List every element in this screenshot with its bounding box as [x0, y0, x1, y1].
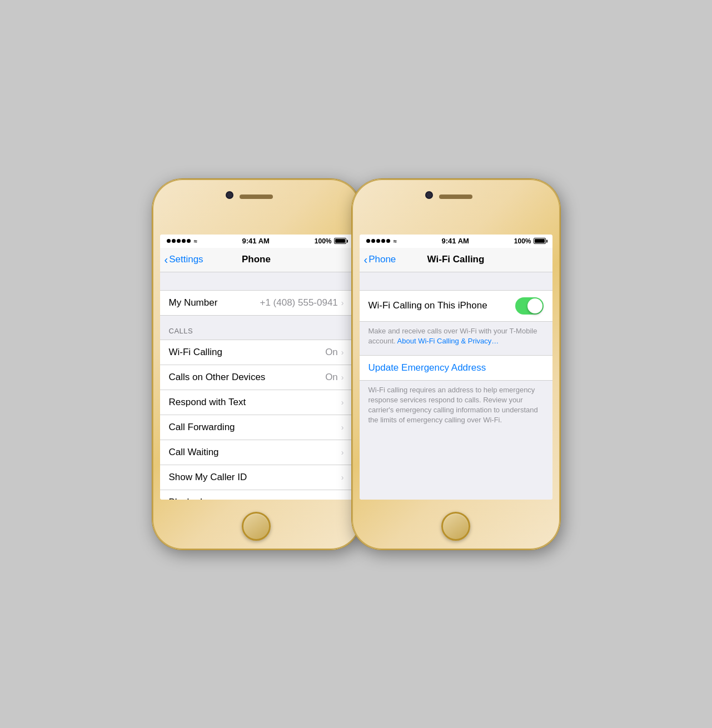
- wifi-icon-left: ≈: [194, 238, 197, 245]
- call-forwarding-chevron: ›: [341, 423, 344, 432]
- signal-dots-right: [366, 239, 390, 243]
- wifi-calling-label: Wi-Fi Calling: [169, 347, 222, 358]
- left-screen: ≈ 9:41 AM 100% ‹ Settings Phone: [160, 235, 353, 500]
- call-waiting-right: ›: [341, 448, 344, 457]
- signal-dots: [167, 239, 191, 243]
- phone-settings-content: My Number +1 (408) 555-0941 › CALLS Wi-F…: [160, 272, 353, 500]
- caller-id-right: ›: [341, 473, 344, 482]
- call-waiting-row[interactable]: Call Waiting ›: [160, 440, 353, 465]
- blocked-chevron: ›: [341, 498, 344, 500]
- respond-text-label: Respond with Text: [169, 397, 246, 408]
- back-chevron-right: ‹: [364, 254, 368, 265]
- call-forwarding-label: Call Forwarding: [169, 422, 235, 433]
- my-number-row[interactable]: My Number +1 (408) 555-0941 ›: [160, 291, 353, 315]
- wfc-toggle-knob: [527, 298, 542, 313]
- right-screen: ≈ 9:41 AM 100% ‹ Phone Wi-Fi Calling: [360, 235, 552, 500]
- left-iphone: ≈ 9:41 AM 100% ‹ Settings Phone: [152, 179, 361, 550]
- blocked-label: Blocked: [169, 497, 202, 500]
- calls-section-header: CALLS: [160, 316, 353, 340]
- status-left: ≈: [167, 238, 197, 245]
- phones-container: ≈ 9:41 AM 100% ‹ Settings Phone: [146, 168, 567, 561]
- blocked-right: ›: [341, 498, 344, 500]
- my-number-right: +1 (408) 555-0941 ›: [260, 297, 343, 308]
- nav-bar-right: ‹ Phone Wi-Fi Calling: [360, 248, 552, 272]
- status-left-right: ≈: [366, 238, 397, 245]
- wfc-description: Make and receive calls over Wi-Fi with y…: [360, 322, 552, 355]
- back-label-right: Phone: [369, 254, 396, 265]
- time-left: 9:41 AM: [242, 237, 269, 245]
- top-spacer-left: [160, 272, 353, 290]
- respond-text-chevron: ›: [341, 398, 344, 407]
- camera-right: [425, 191, 433, 199]
- nav-title-right: Wi-Fi Calling: [427, 254, 485, 265]
- calls-other-devices-right: On ›: [325, 372, 343, 383]
- battery-icon-right: [534, 238, 546, 244]
- wfc-update-group: Update Emergency Address: [360, 355, 552, 381]
- speaker-left: [240, 195, 273, 199]
- back-button-right[interactable]: ‹ Phone: [364, 254, 396, 265]
- status-bar-left: ≈ 9:41 AM 100%: [160, 235, 353, 248]
- back-label-left: Settings: [169, 254, 203, 265]
- top-spacer-right: [360, 272, 552, 290]
- wfc-emergency-desc: Wi-Fi calling requires an address to hel…: [360, 381, 552, 435]
- call-waiting-label: Call Waiting: [169, 447, 219, 458]
- wifi-calling-row[interactable]: Wi-Fi Calling On ›: [160, 340, 353, 365]
- caller-id-label: Show My Caller ID: [169, 472, 247, 483]
- calls-group: Wi-Fi Calling On › Calls on Other Device…: [160, 340, 353, 500]
- my-number-chevron: ›: [341, 298, 344, 307]
- my-number-value: +1 (408) 555-0941: [260, 297, 337, 308]
- calls-other-devices-chevron: ›: [341, 373, 344, 382]
- battery-percent-right: 100%: [514, 237, 531, 245]
- call-forwarding-right: ›: [341, 423, 344, 432]
- nav-title-left: Phone: [242, 254, 271, 265]
- home-button-left[interactable]: [242, 512, 271, 541]
- my-number-group: My Number +1 (408) 555-0941 ›: [160, 290, 353, 316]
- wifi-calling-content: Wi-Fi Calling on This iPhone Make and re…: [360, 272, 552, 500]
- back-button-left[interactable]: ‹ Settings: [165, 254, 203, 265]
- caller-id-row[interactable]: Show My Caller ID ›: [160, 465, 353, 490]
- wfc-update-row[interactable]: Update Emergency Address: [360, 356, 552, 380]
- respond-text-row[interactable]: Respond with Text ›: [160, 390, 353, 415]
- calls-other-devices-value: On: [325, 372, 338, 383]
- battery-area-left: 100%: [315, 237, 346, 245]
- wifi-calling-value: On: [325, 347, 338, 358]
- nav-bar-left: ‹ Settings Phone: [160, 248, 353, 272]
- battery-icon-left: [334, 238, 346, 244]
- wfc-toggle-group: Wi-Fi Calling on This iPhone: [360, 290, 552, 322]
- camera-left: [226, 191, 233, 199]
- wifi-calling-right: On ›: [325, 347, 343, 358]
- wfc-toggle-row[interactable]: Wi-Fi Calling on This iPhone: [360, 291, 552, 321]
- respond-text-right: ›: [341, 398, 344, 407]
- wfc-toggle-label: Wi-Fi Calling on This iPhone: [369, 300, 487, 311]
- call-waiting-chevron: ›: [341, 448, 344, 457]
- wifi-icon-right: ≈: [394, 238, 397, 245]
- right-iphone: ≈ 9:41 AM 100% ‹ Phone Wi-Fi Calling: [352, 179, 560, 550]
- wifi-calling-chevron: ›: [341, 348, 344, 357]
- call-forwarding-row[interactable]: Call Forwarding ›: [160, 415, 353, 440]
- wfc-update-text: Update Emergency Address: [369, 362, 486, 373]
- battery-percent-left: 100%: [315, 237, 332, 245]
- battery-area-right: 100%: [514, 237, 546, 245]
- speaker-right: [439, 195, 472, 199]
- calls-other-devices-label: Calls on Other Devices: [169, 372, 266, 383]
- back-chevron-left: ‹: [165, 254, 168, 265]
- wfc-description-link[interactable]: About Wi-Fi Calling & Privacy…: [397, 337, 499, 345]
- status-bar-right: ≈ 9:41 AM 100%: [360, 235, 552, 248]
- wfc-toggle[interactable]: [515, 297, 544, 315]
- calls-other-devices-row[interactable]: Calls on Other Devices On ›: [160, 365, 353, 390]
- time-right: 9:41 AM: [441, 237, 469, 245]
- blocked-row[interactable]: Blocked ›: [160, 490, 353, 500]
- my-number-label: My Number: [169, 297, 218, 308]
- home-button-right[interactable]: [441, 512, 470, 541]
- caller-id-chevron: ›: [341, 473, 344, 482]
